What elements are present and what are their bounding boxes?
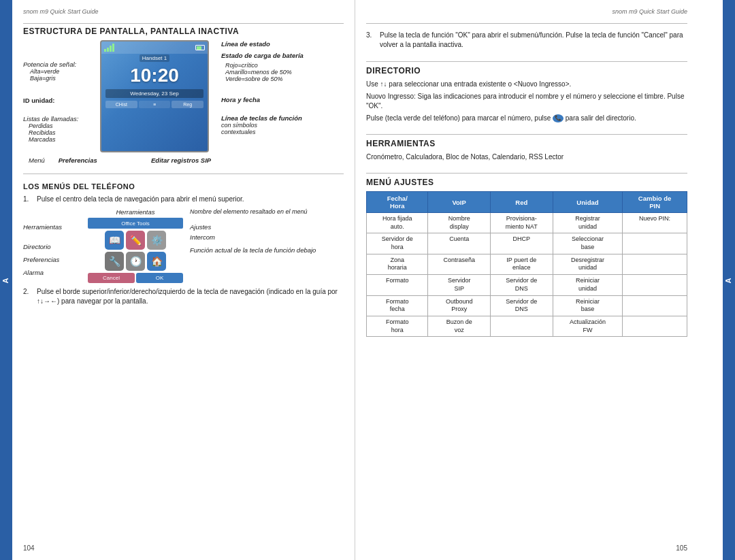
directorio-text1: Use ↑↓ para seleccionar una entrada exis… [366, 80, 687, 89]
col-red: Red [490, 192, 553, 213]
cell-empty-2 [623, 254, 687, 274]
cell-empty-4 [623, 295, 687, 316]
edit-icon: ✏️ [126, 231, 145, 250]
cell-empty-5 [623, 316, 687, 336]
cell-servidor-dns: Servidor deDNS [490, 275, 553, 295]
numbered-list: 1. Pulse el centro dela tecla de navegac… [23, 195, 344, 204]
potencia-senal-label: Potencia de señal: [23, 61, 88, 68]
herramientas-img-label: Herramientas [88, 208, 183, 216]
table-row: Hora fijadaauto. Nombredisplay Provision… [367, 213, 687, 233]
table-row: Formatofecha OutboundProxy Servidor deDN… [367, 295, 687, 316]
linea-estado-label: Línea de estado [221, 40, 316, 48]
left-page: snom m9 Quick Start Guide Estructura de … [12, 0, 355, 560]
alta-verde-label: Alta=verde [30, 68, 88, 75]
col-unidad: Unidad [553, 192, 622, 213]
contextuales-label: contextuales [221, 129, 316, 135]
home-icon: 🏠 [147, 252, 166, 271]
intercom-label: Intercom [190, 233, 344, 241]
cell-provisiona-nat: Provisiona-miento NAT [490, 213, 553, 233]
herramientas-diag-label: Herramientas [23, 223, 81, 231]
cell-nuevo-pin: Nuevo PIN: [623, 213, 687, 233]
softkey-reg: Reg [172, 101, 203, 108]
cell-dhcp: DHCP [490, 233, 553, 254]
screen-bottom-labels: Menú Preferencias Editar registros SIP [23, 157, 344, 165]
phone-screen: Handset 1 10:20 Wednesday, 23 Sep CHist … [100, 40, 209, 152]
cell-formato-fecha: Formatofecha [367, 295, 428, 316]
menu-item-1: 1. Pulse el centro dela tecla de navegac… [23, 195, 344, 204]
cell-desregistrar-unidad: Desregistrarunidad [553, 254, 622, 274]
right-page: snom m9 Quick Start Guide 3. Pulse la te… [355, 0, 698, 560]
menu-cancel-ok: Cancel OK [88, 273, 183, 283]
battery-icon [195, 45, 205, 50]
phone-icon: 📞 [553, 114, 564, 122]
perdidas-label: Perdidas [29, 122, 88, 129]
screen-labels-left: Potencia de señal: Alta=verde Baja=gris … [23, 40, 88, 152]
nombre-elemento-label: Nombre del elemento resaltado en el menú [190, 208, 344, 215]
marcadas-label: Marcadas [29, 136, 88, 143]
ajustes-diag-label: Ajustes [190, 223, 344, 231]
alarma-diag-label: Alarma [23, 269, 81, 276]
left-page-footer: 104 [23, 542, 344, 552]
directorio-heading: Directorio [366, 66, 687, 76]
table-row: Formatohora Buzon devoz ActualizaciónFW [367, 316, 687, 336]
id-unidad-label: ID unidad: [23, 97, 88, 104]
cell-buzon-voz: Buzon devoz [428, 316, 490, 336]
item3-list: 3. Pulse la tecla de función "OK" para a… [366, 31, 687, 53]
herramientas-text: Cronómetro, Calculadora, Bloc de Notas, … [366, 152, 687, 162]
menu-label: Menú [29, 157, 45, 164]
right-side-tab: ESPAÑOL [723, 0, 735, 560]
col-fecha-hora: Fecha/Hora [367, 192, 428, 213]
book-icon: 📖 [105, 231, 124, 250]
menu-labels-right: Nombre del elemento resaltado en el menú… [190, 208, 344, 283]
cell-hora-fijada: Hora fijadaauto. [367, 213, 428, 233]
table-row: Formato ServidorSIP Servidor deDNS Reini… [367, 275, 687, 295]
office-tools-bar: Office Tools [88, 218, 183, 229]
screen-labels-right: Línea de estado Estado de carga de bater… [221, 40, 316, 152]
directorio-text3: Pulse (tecla verde del teléfono) para ma… [366, 114, 687, 123]
cancel-btn[interactable]: Cancel [88, 273, 135, 283]
estructura-pantalla-heading: Estructura de pantalla, pantalla inactiv… [23, 27, 344, 36]
screen-softkeys: CHist ≡ Reg [101, 101, 208, 108]
cell-zona-horaria: Zonahoraria [367, 254, 428, 274]
right-page-footer: 105 [366, 542, 687, 552]
cell-servidor-dns-2: Servidor deDNS [490, 295, 553, 316]
menu-item-3: 3. Pulse la tecla de función "OK" para a… [366, 31, 687, 50]
ajustes-table-header: Fecha/Hora VoIP Red Unidad Cambio dePIN [367, 192, 687, 213]
menu-image: Herramientas Office Tools 📖 ✏️ ⚙️ 🔧 🕐 🏠 … [88, 208, 183, 283]
screen-date: Wednesday, 23 Sep [105, 89, 203, 98]
ok-btn[interactable]: OK [136, 273, 183, 283]
cell-servidor-sip: ServidorSIP [428, 275, 490, 295]
herramientas-heading: Herramientas [366, 139, 687, 148]
cell-empty-3 [623, 275, 687, 295]
directorio-section: Directorio Use ↑↓ para seleccionar una e… [366, 66, 687, 123]
cell-empty-red [490, 316, 553, 336]
preferencias-diag-label: Preferencias [23, 256, 81, 263]
col-cambio-pin: Cambio dePIN [623, 192, 687, 213]
table-row: Zonahoraria Contraseña IP puert deenlace… [367, 254, 687, 274]
right-side-tab-text: ESPAÑOL [692, 276, 735, 284]
softkey-chist: CHist [105, 101, 137, 108]
menu-diagram: Herramientas Directorio Preferencias Ala… [23, 208, 344, 283]
menus-telefono-section: Los menús del teléfono 1. Pulse el centr… [23, 182, 344, 310]
left-side-tab: ESPAÑOL [0, 0, 12, 560]
estado-carga-label: Estado de carga de batería [221, 52, 316, 59]
menu-item-2: 2. Pulse el borde superior/inferior/dere… [23, 287, 344, 306]
wrench-icon: 🔧 [105, 252, 124, 271]
cell-ip-puert: IP puert deenlace [490, 254, 553, 274]
directorio-text2: Nuovo Ingresso: Siga las indicaciones pa… [366, 92, 687, 111]
gear-icon: ⚙️ [147, 231, 166, 250]
cell-registrar-unidad: Registrarunidad [553, 213, 622, 233]
cell-formato-hora: Formatohora [367, 316, 428, 336]
cell-actualizacion-fw: ActualizaciónFW [553, 316, 622, 336]
cell-formato: Formato [367, 275, 428, 295]
cell-empty-1 [623, 233, 687, 254]
con-simbolos-label: con símbolos [221, 122, 316, 129]
softkey-menu: ≡ [139, 101, 171, 108]
cell-reiniciar-unidad: Reiniciarunidad [553, 275, 622, 295]
col-voip: VoIP [428, 192, 490, 213]
cell-seleccionar-base: Seleccionarbase [553, 233, 622, 254]
ajustes-heading: Menú Ajustes [366, 178, 687, 187]
left-page-header: snom m9 Quick Start Guide [23, 8, 344, 15]
funcion-actual-label: Función actual de la tecla de función de… [190, 246, 344, 254]
cell-outbound-proxy: OutboundProxy [428, 295, 490, 316]
